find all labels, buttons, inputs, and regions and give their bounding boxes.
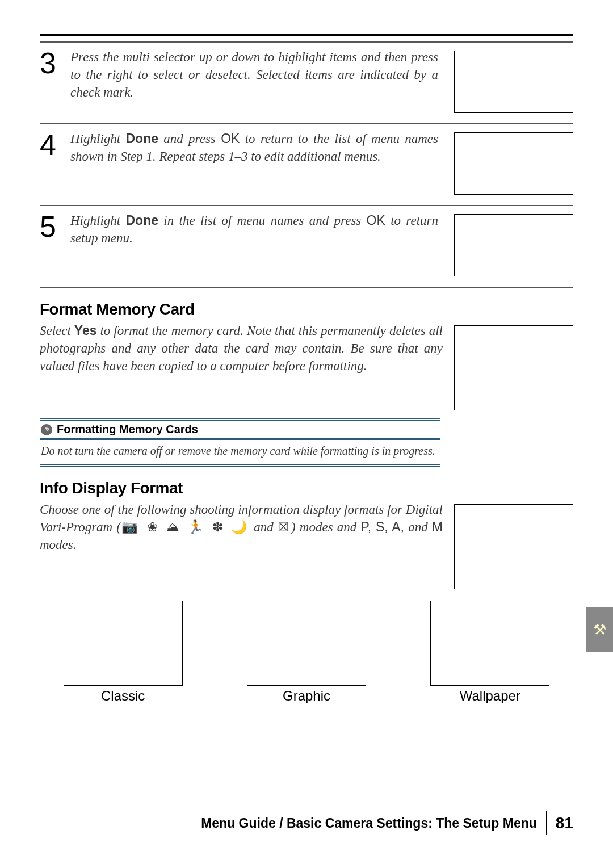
info-display-format-heading: Info Display Format (40, 479, 573, 497)
section-tab-icon: ⚒ (586, 607, 613, 652)
format-classic: Classic (40, 601, 206, 704)
classic-thumbnail (64, 601, 183, 686)
text: to format the memory card. Note that thi… (40, 324, 443, 373)
step-4-text: Highlight Done and press OK to return to… (70, 130, 446, 165)
page-footer: Menu Guide / Basic Camera Settings: The … (40, 811, 573, 835)
format-memory-card-heading: Format Memory Card (40, 300, 573, 318)
step-4-screenshot (454, 132, 573, 195)
info-display-screenshot (454, 504, 573, 589)
step-3-text: Press the multi selector up or down to h… (70, 48, 446, 101)
text: and (404, 520, 432, 534)
format-memory-card-text: Select Yes to format the memory card. No… (40, 322, 443, 375)
text: and (250, 520, 278, 534)
done-label: Done (125, 131, 158, 146)
graphic-label: Graphic (223, 688, 389, 704)
note-formatting-memory-cards: ✎ Formatting Memory Cards Do not turn th… (40, 418, 440, 467)
page-number: 81 (556, 814, 573, 832)
mode-icon: ☒ (278, 519, 291, 534)
done-label: Done (125, 213, 158, 228)
text: and press (158, 132, 221, 146)
info-display-format-body: Choose one of the following shooting inf… (40, 501, 573, 589)
footer-breadcrumb: Menu Guide / Basic Camera Settings: The … (201, 816, 537, 831)
format-graphic: Graphic (223, 601, 389, 704)
top-rule (40, 34, 573, 36)
wallpaper-thumbnail (430, 601, 549, 686)
graphic-thumbnail (247, 601, 366, 686)
format-wallpaper: Wallpaper (407, 601, 573, 704)
note-body: Do not turn the camera off or remove the… (40, 440, 440, 464)
note-header: ✎ Formatting Memory Cards (40, 421, 440, 440)
mode-m: M (432, 519, 443, 534)
text: Select (40, 324, 74, 338)
step-4-row: 4 Highlight Done and press OK to return … (40, 123, 573, 205)
text: Highlight (70, 213, 125, 228)
ok-label: OK (367, 213, 385, 228)
wallpaper-label: Wallpaper (407, 688, 573, 704)
ok-label: OK (221, 131, 240, 146)
info-display-format-text: Choose one of the following shooting inf… (40, 501, 443, 553)
text: modes. (40, 538, 77, 552)
format-memory-card-body: Select Yes to format the memory card. No… (40, 322, 573, 410)
step-number: 4 (40, 130, 62, 160)
footer-separator (546, 811, 547, 835)
step-number: 3 (40, 48, 62, 78)
step-3-screenshot (454, 51, 573, 113)
step-number: 5 (40, 212, 62, 241)
step-3-row: 3 Press the multi selector up or down to… (40, 41, 573, 123)
text: Highlight (70, 132, 125, 146)
note-title: Formatting Memory Cards (57, 423, 198, 436)
format-card-screenshot (454, 325, 573, 410)
step-3-body: Press the multi selector up or down to h… (70, 50, 438, 99)
modes-psa: P, S, A, (360, 519, 404, 534)
classic-label: Classic (40, 688, 206, 704)
step-5-screenshot (454, 214, 573, 276)
step-5-row: 5 Highlight Done in the list of menu nam… (40, 205, 573, 288)
pencil-icon: ✎ (41, 424, 52, 435)
text: in the list of menu names and press (158, 213, 367, 228)
yes-label: Yes (74, 323, 97, 338)
text: ) modes and (291, 520, 360, 534)
step-5-text: Highlight Done in the list of menu names… (70, 212, 446, 247)
display-format-options: Classic Graphic Wallpaper (40, 601, 573, 704)
mode-icons: 📷 ❀ ⛰ 🏃 ✽ 🌙 (121, 519, 250, 534)
